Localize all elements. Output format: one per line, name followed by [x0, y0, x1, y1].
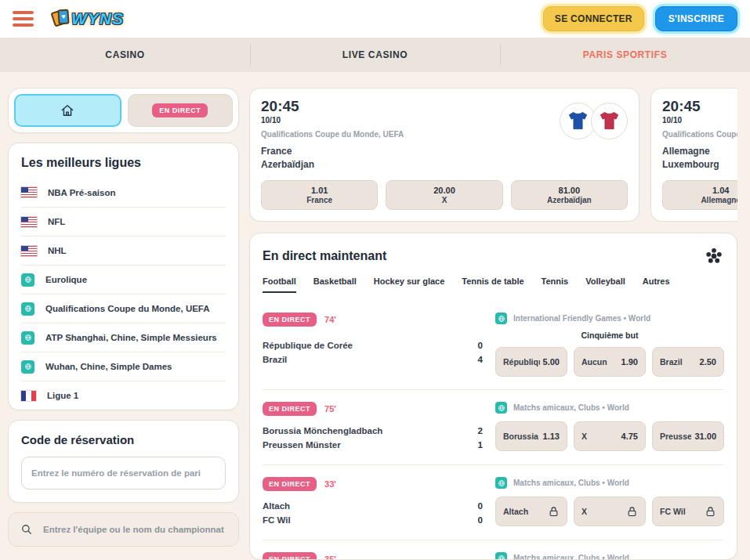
odds-button-home[interactable]: Borussia Mönchengladbach 1.13	[495, 421, 567, 451]
globe-icon	[21, 360, 34, 374]
match-date: 10/10	[261, 116, 404, 125]
away-team: Azerbaïdjan	[261, 158, 404, 172]
sidebar: EN DIRECT Les meilleurs ligues NBA Pré-s…	[8, 88, 239, 560]
home-team: Altach	[263, 499, 291, 513]
away-team: Preussen Münster	[263, 438, 382, 452]
live-tab-button[interactable]: EN DIRECT	[128, 94, 234, 127]
league-item-ligue1[interactable]: Ligue 1	[21, 381, 226, 410]
logo-text: WYNS	[71, 9, 124, 28]
login-button[interactable]: SE CONNECTER	[543, 6, 644, 31]
featured-matches-row: 20:45 10/10 Qualifications Coupe du Mond…	[249, 88, 737, 222]
odds-button-none[interactable]: Aucun 1.90	[574, 347, 646, 377]
france-flag-icon	[21, 391, 36, 401]
top-leagues-card: Les meilleurs ligues NBA Pré-saison NFL …	[8, 143, 239, 410]
sport-tab-volleyball[interactable]: Volleyball	[585, 276, 625, 293]
league-label: NBA Pré-saison	[48, 188, 116, 197]
league-item-atp-shanghai[interactable]: ATP Shanghai, Chine, Simple Messieurs	[21, 323, 226, 352]
home-score: 2	[478, 424, 483, 438]
away-score: 1	[478, 438, 483, 452]
odds-button-away[interactable]: Preussen 31.00	[652, 421, 724, 451]
usa-flag-icon	[21, 246, 37, 256]
odds-button-home[interactable]: 1.04 Allemagne	[662, 180, 737, 210]
soccer-ball-icon[interactable]	[704, 246, 724, 266]
sport-tab-table-tennis[interactable]: Tennis de table	[462, 276, 524, 293]
odds-button-draw[interactable]: 20.00 X	[386, 180, 502, 210]
league-name: Matchs amicaux, Clubs • World	[513, 554, 629, 560]
home-tab-button[interactable]	[14, 94, 121, 127]
signup-button[interactable]: S'INSCRIRE	[655, 6, 737, 31]
league-name: Matchs amicaux, Clubs • World	[513, 403, 629, 412]
sport-tab-tennis[interactable]: Tennis	[542, 276, 569, 293]
globe-icon	[495, 402, 507, 414]
odds-button-draw-locked[interactable]: X	[574, 497, 646, 526]
live-now-title: En direct maintenant	[263, 249, 386, 263]
featured-match-card-france[interactable]: 20:45 10/10 Qualifications Coupe du Mond…	[249, 88, 639, 222]
globe-icon	[495, 313, 507, 324]
league-name: Matchs amicaux, Clubs • World	[513, 479, 629, 487]
odds-button-home-locked[interactable]: Altach	[495, 497, 567, 526]
sport-tab-basketball[interactable]: Basketball	[313, 276, 357, 293]
live-match-row[interactable]: EN DIRECT 35' Matchs amicaux, Clubs • Wo…	[263, 540, 724, 560]
reservation-title: Code de réservation	[21, 433, 226, 446]
globe-icon	[21, 273, 34, 287]
live-match-row[interactable]: EN DIRECT 33' Altach FC Wil 0 0	[263, 465, 724, 540]
away-jersey-icon	[591, 103, 628, 139]
home-score: 0	[478, 499, 483, 513]
sport-tab-hockey[interactable]: Hockey sur glace	[374, 276, 445, 293]
home-team: République de Corée	[263, 338, 353, 352]
featured-match-card-allemagne[interactable]: 20:45 10/10 Qualifications Coupe du Mond…	[650, 88, 737, 222]
odds-button-away[interactable]: Brazil 2.50	[652, 347, 724, 377]
league-item-eurolique[interactable]: Eurolique	[21, 265, 226, 294]
wyns-logo[interactable]: ♥ WYNS	[53, 9, 124, 29]
reservation-card: Code de réservation	[8, 420, 239, 503]
odds-button-draw[interactable]: X 4.75	[574, 421, 646, 451]
reservation-code-input[interactable]	[21, 457, 226, 490]
en-direct-badge: EN DIRECT	[263, 313, 317, 327]
league-item-wc-qualif[interactable]: Qualifications Coupe du Monde, UEFA	[21, 294, 226, 323]
league-label: NHL	[48, 246, 67, 255]
en-direct-badge: EN DIRECT	[263, 552, 317, 560]
league-item-nhl[interactable]: NHL	[21, 236, 226, 265]
match-time: 20:45	[662, 98, 737, 115]
live-match-row[interactable]: EN DIRECT 75' Borussia Mönchengladbach P…	[263, 390, 724, 465]
odds-button-home[interactable]: 1.01 France	[261, 180, 378, 210]
odds-button-away-locked[interactable]: FC Wil	[652, 497, 724, 526]
league-item-wuhan[interactable]: Wuhan, Chine, Simple Dames	[21, 352, 226, 381]
search-bar[interactable]	[8, 512, 239, 547]
en-direct-badge: EN DIRECT	[152, 103, 208, 117]
sport-tab-football[interactable]: Football	[263, 276, 296, 293]
tab-live-casino[interactable]: LIVE CASINO	[250, 38, 500, 72]
market-title: Cinquième but	[495, 331, 724, 340]
home-team: Borussia Mönchengladbach	[263, 424, 382, 438]
menu-icon[interactable]	[13, 11, 34, 27]
league-label: Eurolique	[45, 275, 87, 284]
en-direct-badge: EN DIRECT	[263, 402, 317, 416]
lock-icon	[626, 506, 638, 518]
away-team: FC Wil	[263, 513, 291, 527]
globe-icon	[495, 552, 507, 560]
league-label: NFL	[48, 217, 65, 226]
home-icon	[60, 103, 75, 118]
home-team: Allemagne	[662, 145, 737, 158]
search-input[interactable]	[43, 525, 227, 534]
match-time: 20:45	[261, 98, 404, 115]
league-label: ATP Shanghai, Chine, Simple Messieurs	[45, 333, 217, 342]
live-now-card: En direct maintenant Football Basketball…	[249, 233, 737, 560]
content-column: 20:45 10/10 Qualifications Coupe du Mond…	[249, 88, 737, 560]
usa-flag-icon	[21, 187, 37, 197]
away-team: Luxembourg	[662, 158, 737, 172]
usa-flag-icon	[21, 217, 37, 227]
odds-button-away[interactable]: 81.00 Azerbaïdjan	[511, 180, 628, 210]
tab-paris-sportifs[interactable]: PARIS SPORTIFS	[500, 38, 750, 72]
live-match-row[interactable]: EN DIRECT 74' République de Corée Brazil…	[263, 301, 724, 390]
sport-tabs: Football Basketball Hockey sur glace Ten…	[263, 276, 724, 293]
match-minute: 74'	[324, 315, 336, 324]
tab-casino[interactable]: CASINO	[0, 38, 250, 72]
league-item-nba[interactable]: NBA Pré-saison	[21, 178, 226, 207]
match-league: Qualifications Coupe du Monde, UEFA	[662, 130, 737, 139]
sport-tab-autres[interactable]: Autres	[643, 276, 670, 293]
away-score: 0	[478, 513, 483, 527]
odds-button-home[interactable]: République de Corée 5.00	[495, 347, 567, 377]
playing-cards-icon: ♥	[53, 9, 70, 29]
league-item-nfl[interactable]: NFL	[21, 207, 226, 236]
